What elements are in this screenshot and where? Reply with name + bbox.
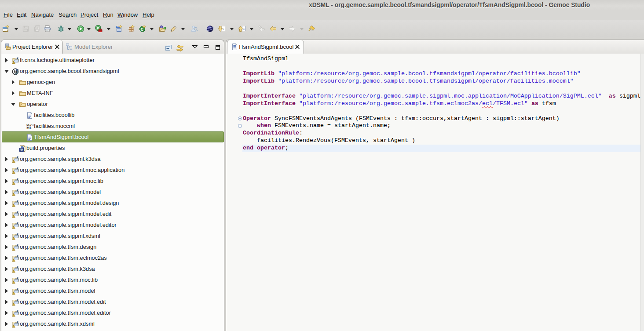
svg-text:ML: ML [26, 126, 32, 130]
svg-text:010: 010 [20, 149, 25, 151]
svg-text:C: C [141, 27, 144, 32]
